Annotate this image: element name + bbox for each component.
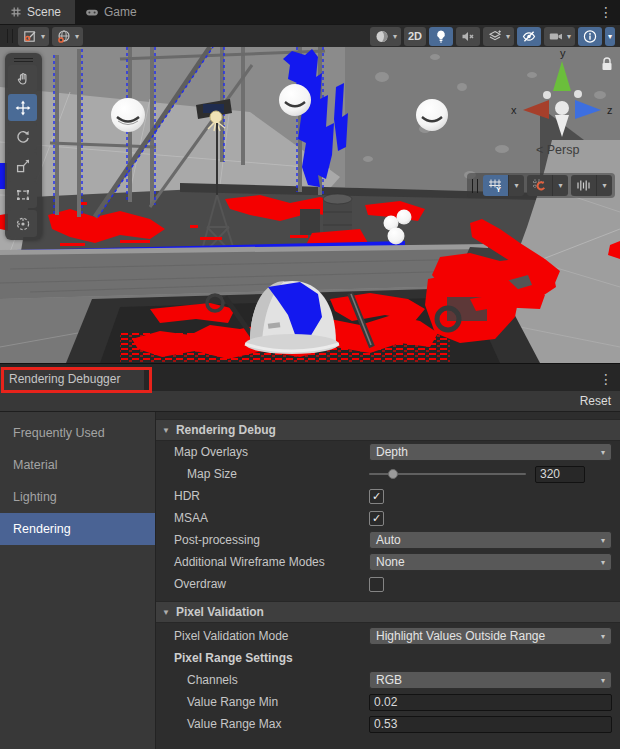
tool-rotate-button[interactable] [8,123,37,150]
tool-move-button[interactable] [8,94,37,121]
row-overdraw: Overdraw [156,573,620,595]
tab-game[interactable]: Game [75,0,151,24]
row-map-overlays: Map Overlays Depth ▾ [156,441,620,463]
row-channels: Channels RGB ▾ [156,669,620,691]
debugger-sidebar: Frequently Used Material Lighting Render… [0,412,156,749]
audio-toggle-button[interactable] [456,27,480,46]
sidebar-item-label: Material [13,458,57,472]
scene-picking-icon [22,29,38,44]
rendering-debugger-tab[interactable]: Rendering Debugger [0,367,144,391]
debugger-window-menu-icon[interactable]: ⋮ [599,370,613,388]
gamepad-icon [85,6,99,18]
grid-snap-group: ▾ [527,175,568,196]
map-overlays-label: Map Overlays [156,445,369,459]
debugger-panel: ▼ Rendering Debug Map Overlays Depth ▾ M… [156,412,620,749]
check-icon: ✓ [372,491,381,502]
perspective-toggle-label[interactable]: < Persp [536,143,579,157]
gizmos-info-button[interactable] [578,27,602,46]
post-processing-dropdown[interactable]: Auto ▾ [369,531,612,549]
msaa-checkbox[interactable]: ✓ [369,511,384,526]
map-size-input[interactable] [535,466,585,483]
row-value-range-min: Value Range Min [156,691,620,713]
toolbar-grip[interactable] [7,29,13,43]
sidebar-item-lighting[interactable]: Lighting [0,481,155,513]
lightbulb-icon [433,29,449,44]
map-overlays-dropdown[interactable]: Depth ▾ [369,443,612,461]
scene-visibility-globe-button[interactable]: ▾ [52,27,83,46]
value-range-min-label: Value Range Min [156,695,369,709]
2d-label: 2D [408,30,422,42]
hdr-label: HDR [156,489,369,503]
scene-window-menu-icon[interactable]: ⋮ [599,3,613,21]
grid-snap-button[interactable] [527,175,552,196]
row-additional-wireframe-modes: Additional Wireframe Modes None ▾ [156,551,620,573]
increment-snap-dropdown-button[interactable]: ▾ [596,175,612,196]
tool-view-hand-button[interactable] [8,65,37,92]
slider-thumb[interactable] [388,469,398,479]
dropdown-value: Depth [376,445,408,459]
map-size-slider[interactable] [369,466,526,482]
increment-snap-group: ▾ [571,175,612,196]
tab-scene[interactable]: Scene [0,0,75,24]
grid-snap-dropdown-button[interactable]: ▾ [552,175,568,196]
pixel-range-settings-label: Pixel Range Settings [156,651,369,665]
section-title: Rendering Debug [176,423,276,437]
debugger-body: Frequently Used Material Lighting Render… [0,412,620,749]
scene-visibility-toggle-button[interactable] [517,27,541,46]
camera-settings-button[interactable]: ▾ [544,27,575,46]
msaa-label: MSAA [156,511,369,525]
row-pixel-validation-mode: Pixel Validation Mode Highlight Values O… [156,625,620,647]
check-icon: ✓ [372,513,381,524]
sidebar-item-label: Frequently Used [13,426,105,440]
tool-scale-button[interactable] [8,152,37,179]
scene-viewport[interactable]: y x z < Persp [0,47,620,363]
increment-snap-button[interactable] [571,175,596,196]
sidebar-item-label: Lighting [13,490,57,504]
pixel-validation-mode-dropdown[interactable]: Highlight Values Outside Range ▾ [369,627,612,645]
section-rendering-debug[interactable]: ▼ Rendering Debug [156,419,620,441]
grid-axis-icon: Y [488,178,503,193]
sidebar-item-rendering[interactable]: Rendering [0,513,155,545]
dropdown-arrow-icon: ▾ [567,32,571,41]
tool-rect-button[interactable] [8,181,37,208]
grid-visibility-button[interactable]: Y [483,175,508,196]
scene-render: y x z < Persp [0,47,620,363]
grid-dropdown-button[interactable]: ▾ [508,175,524,196]
gizmo-z-label: z [607,104,613,116]
row-post-processing: Post-processing Auto ▾ [156,529,620,551]
dropdown-arrow-icon: ▾ [506,32,510,41]
tab-game-label: Game [104,5,137,19]
scene-picking-button[interactable]: ▾ [18,27,49,46]
tool-transform-button[interactable] [8,210,37,237]
rect-tool-icon [15,187,31,203]
reset-button[interactable]: Reset [580,394,611,408]
sidebar-item-frequently-used[interactable]: Frequently Used [0,417,155,449]
audio-muted-icon [460,29,476,44]
hand-icon [15,71,31,87]
draw-mode-button[interactable]: ▾ [370,27,401,46]
scene-tools-overlay [5,53,42,240]
scene-lighting-toggle-button[interactable] [429,27,453,46]
globe-icon [56,29,72,44]
value-range-max-input[interactable] [369,716,612,733]
scene-view-toolbar: ▾ ▾ ▾ 2D [0,24,620,47]
additional-wireframe-modes-dropdown[interactable]: None ▾ [369,553,612,571]
channels-dropdown[interactable]: RGB ▾ [369,671,612,689]
dropdown-arrow-icon: ▾ [393,32,397,41]
section-title: Pixel Validation [176,605,264,619]
overlay-drag-handle-icon[interactable] [14,56,33,63]
dropdown-value: Auto [376,533,401,547]
info-icon [582,29,598,44]
scale-icon [15,158,31,174]
2d-toggle-button[interactable]: 2D [404,27,426,46]
sidebar-item-material[interactable]: Material [0,449,155,481]
value-range-min-input[interactable] [369,694,612,711]
effects-menu-button[interactable]: ▾ [483,27,514,46]
hdr-checkbox[interactable]: ✓ [369,489,384,504]
gizmos-dropdown-button[interactable]: ▾ [605,27,615,46]
grid-axis-letter: Y [496,185,501,193]
section-pixel-validation[interactable]: ▼ Pixel Validation [156,601,620,623]
overdraw-checkbox[interactable] [369,577,384,592]
snapbar-grip[interactable] [472,179,478,193]
dropdown-arrow-icon: ▾ [601,558,605,567]
